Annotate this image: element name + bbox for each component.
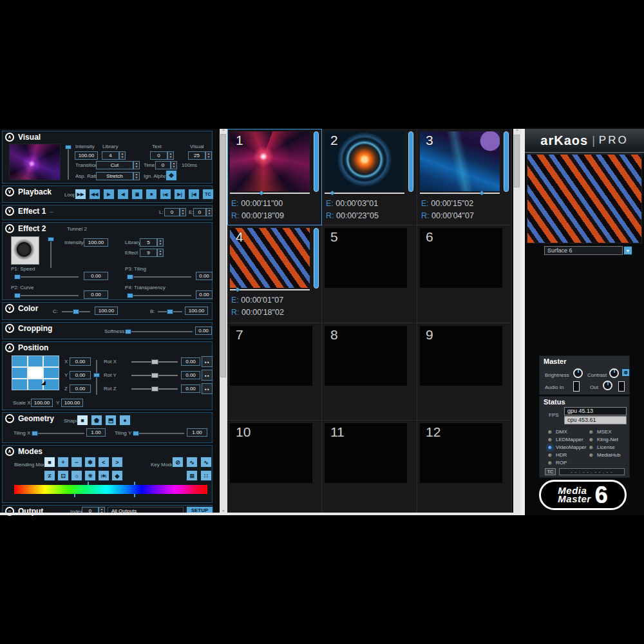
pos-y-value[interactable]: 0.00: [70, 371, 91, 379]
color-header[interactable]: ∨ Color: [5, 304, 38, 313]
status-indicator-mediahub[interactable]: MediaHub: [589, 452, 620, 458]
position-vslider-handle[interactable]: [93, 373, 100, 377]
master-reset-button[interactable]: ⊗: [621, 368, 630, 377]
cell-thumbnail[interactable]: 3: [420, 131, 500, 191]
color-c-handle[interactable]: [73, 309, 79, 314]
scroll-up-arrow[interactable]: ⌃: [513, 129, 521, 134]
effect2-library-spinner[interactable]: ▲▼: [157, 238, 164, 247]
rot-z-slider[interactable]: [131, 388, 178, 390]
playback-button-6[interactable]: |◀|: [160, 189, 171, 200]
status-indicator-msex[interactable]: MSEX: [589, 429, 612, 435]
grid-cell-8[interactable]: 8: [322, 323, 417, 421]
gradient-marker[interactable]: [134, 482, 135, 485]
scale-x-value[interactable]: 100.00: [31, 399, 53, 407]
p3-slider-handle[interactable]: [127, 274, 133, 279]
effect2-vslider-handle[interactable]: [48, 237, 54, 242]
tiling-y-slider[interactable]: [133, 433, 184, 434]
position-vslider[interactable]: [96, 360, 97, 395]
asp-ratio-spinner[interactable]: ▲▼: [133, 172, 140, 180]
playback-button-7[interactable]: ▶|: [174, 189, 185, 200]
time-spinner[interactable]: ▲▼: [171, 161, 177, 169]
rot-y-slider[interactable]: [131, 375, 178, 376]
blending-mode-button[interactable]: ⊡: [57, 470, 69, 481]
hue-gradient-strip[interactable]: [14, 485, 207, 494]
position-grid-widget[interactable]: [12, 355, 59, 390]
chevron-up-icon[interactable]: ∧: [5, 133, 14, 142]
key-mode-button[interactable]: ∿: [186, 457, 198, 468]
transition-select[interactable]: Cut: [96, 161, 133, 169]
cell-volume-slider[interactable]: [314, 228, 319, 289]
playhead-diamond-icon[interactable]: ◆: [480, 190, 484, 196]
status-indicator-dmx[interactable]: DMX: [547, 429, 567, 435]
playback-button-tc[interactable]: TC: [202, 189, 214, 200]
blending-mode-button[interactable]: −: [71, 457, 82, 468]
color-b-slider[interactable]: [158, 311, 182, 312]
ign-alpha-button[interactable]: ❖: [166, 170, 177, 181]
playhead-diamond-icon[interactable]: ◆: [260, 190, 264, 196]
blending-mode-button[interactable]: |✱|: [98, 470, 109, 481]
softness-handle[interactable]: [125, 329, 131, 334]
rot-y-fan-button[interactable]: ●●: [202, 370, 213, 381]
chevron-down-icon[interactable]: ∨: [5, 187, 14, 196]
blending-mode-button[interactable]: ≠: [44, 470, 55, 481]
chevron-down-icon[interactable]: ∨: [5, 304, 14, 313]
brightness-knob[interactable]: [573, 368, 583, 378]
rot-x-fan-button[interactable]: ●●: [202, 356, 213, 367]
playback-button-5[interactable]: ■: [146, 189, 157, 200]
playback-button-1[interactable]: ◀◀: [89, 189, 100, 200]
softness-value[interactable]: 0.00: [195, 327, 212, 335]
rot-x-handle[interactable]: [151, 359, 158, 365]
blending-mode-button[interactable]: >: [111, 457, 123, 468]
grid-cell-3[interactable]: 3◆E: 00:00'15"02R: 00:00'04"07: [417, 129, 512, 225]
effect2-effect-value[interactable]: 9: [140, 249, 157, 257]
cell-thumbnail[interactable]: 1: [230, 131, 310, 191]
grid-cell-9[interactable]: 9: [417, 323, 512, 421]
visual-num-spinner[interactable]: ▲▼: [205, 151, 212, 160]
gradient-marker[interactable]: [134, 494, 135, 497]
visual-vslider[interactable]: [68, 145, 69, 180]
color-b-handle[interactable]: [167, 309, 173, 314]
library-spinner[interactable]: ▲▼: [119, 151, 126, 160]
p1-value[interactable]: 0.00: [84, 272, 108, 280]
effect2-vslider[interactable]: [50, 237, 52, 268]
gradient-marker[interactable]: [74, 494, 75, 497]
pos-x-value[interactable]: 0.00: [70, 357, 91, 366]
effect2-effect-spinner[interactable]: ▲▼: [157, 249, 164, 257]
grid-scrollbar[interactable]: ⌃ ⌄: [513, 129, 521, 515]
grid-cell-1[interactable]: 1◆E: 00:00'11"00R: 00:00'18"09: [227, 129, 322, 225]
empty-cell-slot[interactable]: 11: [325, 423, 407, 483]
status-indicator-videomapper[interactable]: VideoMapper: [547, 444, 586, 450]
chevron-up-icon[interactable]: ∧: [5, 447, 14, 456]
color-c-value[interactable]: 100.00: [95, 307, 118, 315]
tiling-x-value[interactable]: 1.00: [86, 428, 106, 437]
library-value[interactable]: 4: [102, 151, 119, 160]
p2-slider[interactable]: [14, 295, 79, 296]
visual-num-value[interactable]: 25: [188, 151, 205, 160]
empty-cell-slot[interactable]: 6: [420, 228, 502, 288]
cell-thumbnail[interactable]: 2: [325, 131, 404, 191]
shape-button[interactable]: ⬒: [105, 415, 117, 426]
scrollbar-thumb[interactable]: [220, 134, 226, 377]
playback-button-8[interactable]: |◀: [188, 189, 200, 200]
cell-progress-bar[interactable]: ◆: [420, 193, 500, 194]
rot-y-value[interactable]: 0.00: [181, 371, 200, 379]
rot-z-value[interactable]: 0.00: [181, 384, 200, 393]
left-panel-scrollbar[interactable]: ⌃ ⌄: [220, 129, 227, 513]
color-b-value[interactable]: 100.00: [185, 307, 208, 315]
status-indicator-rop[interactable]: ROP: [547, 460, 567, 466]
playback-button-4[interactable]: ▣: [131, 189, 143, 200]
grid-cell-4[interactable]: 4◆E: 00:00'01"07R: 00:00'18"02: [227, 225, 322, 323]
grid-cell-10[interactable]: 10: [227, 421, 322, 513]
effect1-l-spinner[interactable]: ▲▼: [180, 208, 186, 216]
grid-cell-11[interactable]: 11: [322, 421, 417, 513]
effect1-header[interactable]: ∨ Effect 1 --: [5, 207, 53, 216]
empty-cell-slot[interactable]: 10: [230, 423, 312, 483]
effect2-intensity-value[interactable]: 100.00: [84, 238, 108, 247]
cell-progress-bar[interactable]: ◆: [325, 193, 404, 194]
playback-button-2[interactable]: ▶: [103, 189, 115, 200]
position-header[interactable]: ∧ Position: [5, 343, 48, 352]
gradient-marker[interactable]: [88, 482, 89, 485]
blending-mode-button[interactable]: ✱: [84, 457, 96, 468]
time-value[interactable]: 0: [155, 161, 171, 169]
tiling-y-handle[interactable]: [133, 431, 139, 436]
